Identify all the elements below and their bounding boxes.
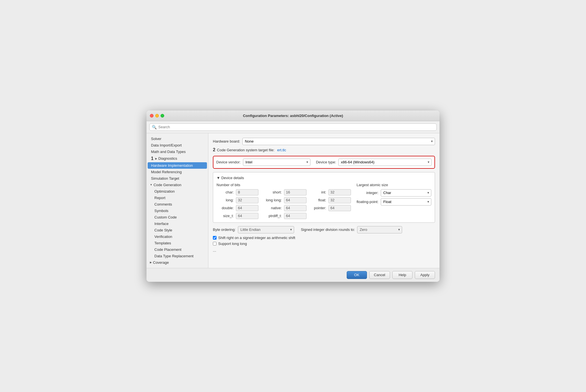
- hardware-board-select[interactable]: None: [242, 138, 435, 145]
- sidebar-item-code-gen[interactable]: ▼ Code Generation: [146, 182, 208, 188]
- sidebar-item-data-import[interactable]: Data Import/Export: [146, 142, 208, 148]
- int-label: int:: [309, 190, 326, 194]
- floating-point-label: floating-point:: [357, 200, 378, 204]
- long-long-checkbox[interactable]: [213, 242, 217, 245]
- int-input[interactable]: [328, 189, 351, 195]
- byte-ordering-label: Byte ordering:: [213, 227, 236, 232]
- code-gen-triangle: ▼: [150, 183, 152, 186]
- sidebar-item-label: Model Referencing: [151, 170, 182, 174]
- sidebar-item-data-type-replacement[interactable]: Data Type Replacement: [146, 253, 208, 259]
- code-gen-link[interactable]: ert.tlc: [277, 148, 286, 152]
- double-input[interactable]: [236, 205, 258, 211]
- sidebar-item-label: Symbols: [154, 209, 168, 213]
- double-label: double:: [217, 206, 234, 210]
- native-input[interactable]: [284, 205, 306, 211]
- long-long-checkbox-row: Support long long: [213, 242, 435, 246]
- sidebar-item-sim-target[interactable]: Simulation Target: [146, 175, 208, 182]
- coverage-triangle: ▶: [150, 261, 152, 264]
- cancel-button[interactable]: Cancel: [369, 271, 390, 279]
- diagnostics-badge: 1: [151, 156, 154, 161]
- sidebar-item-model-ref[interactable]: Model Referencing: [146, 169, 208, 175]
- title-bar: Configuration Parameters: asbhl20/Config…: [146, 111, 439, 121]
- byte-ordering-select[interactable]: Little Endian: [238, 226, 294, 233]
- search-input[interactable]: [158, 125, 434, 129]
- sidebar-item-label: Code Generation: [154, 183, 181, 187]
- device-row: Device vendor: Intel ▼ Device type: x86-…: [213, 156, 435, 169]
- integer-label: integer:: [357, 191, 378, 195]
- footer: OK Cancel Help Apply: [146, 268, 439, 282]
- signed-int-select[interactable]: Zero: [357, 226, 402, 233]
- close-button[interactable]: [150, 114, 154, 118]
- ok-button[interactable]: OK: [347, 271, 367, 279]
- largest-atomic-title: Largest atomic size: [357, 183, 431, 187]
- long-long-label: long long:: [261, 198, 282, 202]
- sidebar-item-label: Solver: [151, 137, 161, 141]
- device-vendor-select[interactable]: Intel: [243, 159, 310, 166]
- device-vendor-wrapper: Intel ▼: [243, 159, 310, 166]
- sidebar-item-code-style[interactable]: Code Style: [146, 227, 208, 233]
- code-gen-label: Code Generation system target file:: [217, 148, 275, 152]
- atomic-grid: integer: Char ▼ floating-point: Float: [357, 189, 431, 206]
- sidebar-item-diagnostics[interactable]: 1 ▶ Diagnostics: [146, 155, 208, 162]
- main-content: Solver Data Import/Export Math and Data …: [146, 133, 439, 268]
- sidebar-item-report[interactable]: Report: [146, 195, 208, 201]
- help-button[interactable]: Help: [392, 271, 413, 279]
- float-label: float:: [309, 198, 326, 202]
- sidebar-item-symbols[interactable]: Symbols: [146, 208, 208, 214]
- sidebar-item-verification[interactable]: Verification: [146, 233, 208, 240]
- device-details-title: Device details: [221, 176, 244, 180]
- long-long-label: Support long long: [218, 242, 247, 246]
- long-input[interactable]: [236, 197, 258, 203]
- floating-point-select[interactable]: Float: [381, 198, 431, 206]
- bits-grid: char: short: int: long: long long: float…: [217, 189, 351, 219]
- device-type-label: Device type:: [316, 160, 336, 164]
- long-long-input[interactable]: [284, 197, 306, 203]
- sidebar-item-label: Templates: [154, 241, 171, 245]
- sidebar-item-comments[interactable]: Comments: [146, 201, 208, 208]
- signed-int-label: Signed integer division rounds to:: [301, 227, 355, 232]
- sidebar-item-label: Custom Code: [154, 215, 177, 219]
- pointer-input[interactable]: [328, 205, 351, 211]
- bits-section-title: Number of bits: [217, 183, 351, 187]
- diagnostics-triangle: ▶: [155, 157, 157, 160]
- size-t-input[interactable]: [236, 213, 258, 219]
- sidebar-item-label: Code Style: [154, 228, 172, 232]
- apply-button[interactable]: Apply: [415, 271, 435, 279]
- sidebar-item-label: Diagnostics: [158, 156, 177, 161]
- integer-select-wrapper: Char ▼: [381, 189, 431, 197]
- ptrdiff-t-input[interactable]: [284, 213, 306, 219]
- device-details-header: ▼ Device details: [217, 176, 431, 180]
- float-input[interactable]: [328, 197, 351, 203]
- largest-atomic-section: Largest atomic size integer: Char ▼ floa…: [357, 183, 431, 219]
- signed-int-wrapper: Zero ▼: [357, 226, 402, 233]
- sidebar-item-coverage[interactable]: ▶ Coverage: [146, 259, 208, 266]
- byte-ordering-wrapper: Little Endian ▼: [238, 226, 294, 233]
- minimize-button[interactable]: [155, 114, 159, 118]
- sidebar-item-solver[interactable]: Solver: [146, 136, 208, 142]
- shift-right-label: Shift right on a signed integer as arith…: [218, 236, 295, 240]
- char-label: char:: [217, 190, 234, 194]
- byte-ordering-row: Byte ordering: Little Endian ▼ Signed in…: [213, 226, 435, 233]
- sidebar-item-label: Optimization: [154, 189, 175, 193]
- sidebar-item-interface[interactable]: Interface: [146, 220, 208, 227]
- integer-select[interactable]: Char: [381, 189, 431, 197]
- sidebar-item-math[interactable]: Math and Data Types: [146, 148, 208, 155]
- shift-right-checkbox[interactable]: [213, 236, 217, 240]
- badge-2: 2: [213, 147, 215, 152]
- sidebar-item-code-placement[interactable]: Code Placement: [146, 246, 208, 253]
- short-input[interactable]: [284, 189, 306, 195]
- floating-point-select-wrapper: Float ▼: [381, 198, 431, 206]
- device-details-triangle: ▼: [217, 176, 220, 180]
- shift-right-checkbox-row: Shift right on a signed integer as arith…: [213, 236, 435, 240]
- sidebar-item-custom-code[interactable]: Custom Code: [146, 214, 208, 220]
- device-type-select[interactable]: x86-64 (Windows64): [338, 159, 432, 166]
- sidebar: Solver Data Import/Export Math and Data …: [146, 133, 208, 268]
- maximize-button[interactable]: [161, 114, 164, 118]
- sidebar-item-label: Data Import/Export: [151, 143, 182, 147]
- sidebar-item-optimization[interactable]: Optimization: [146, 188, 208, 195]
- sidebar-item-label: Interface: [154, 222, 169, 226]
- sidebar-item-label: Math and Data Types: [151, 150, 186, 154]
- sidebar-item-templates[interactable]: Templates: [146, 240, 208, 246]
- sidebar-item-hardware-impl[interactable]: Hardware Implementation: [148, 162, 207, 169]
- char-input[interactable]: [236, 189, 258, 195]
